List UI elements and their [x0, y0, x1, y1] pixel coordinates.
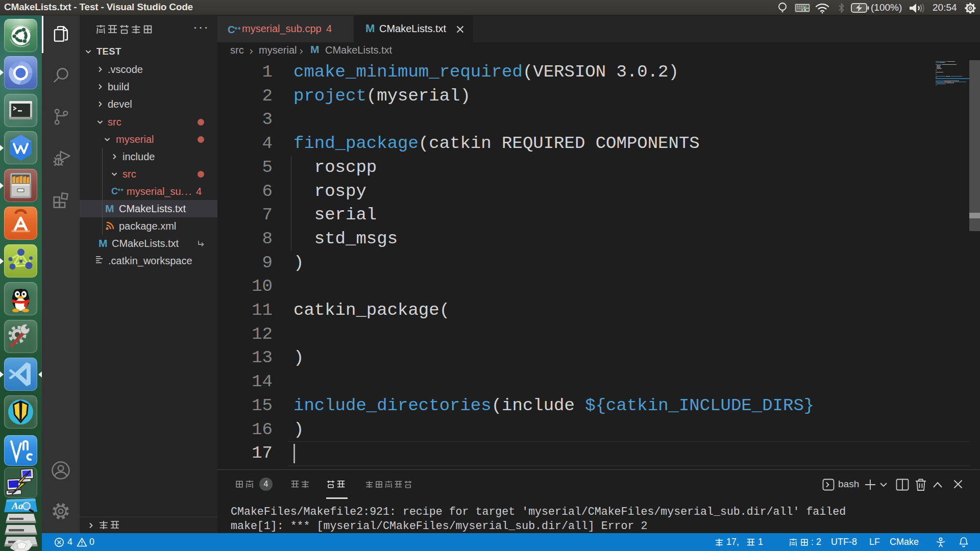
- svg-text:Aa: Aa: [11, 500, 23, 511]
- svg-text:C: C: [228, 24, 235, 35]
- svg-text:C: C: [111, 186, 118, 196]
